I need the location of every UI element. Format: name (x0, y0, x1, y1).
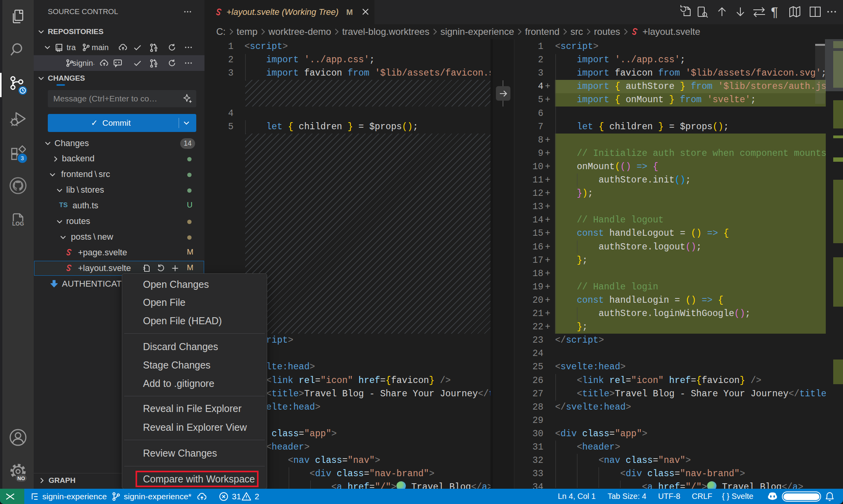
svg-text:LOG: LOG (12, 220, 24, 227)
